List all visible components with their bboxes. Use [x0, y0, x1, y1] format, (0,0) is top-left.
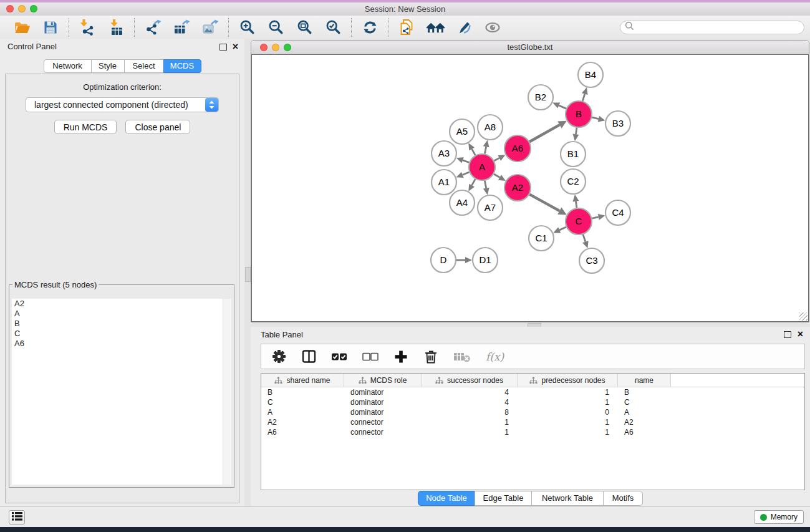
table-row[interactable]: A6connector11A6: [261, 427, 804, 437]
zoom-fit-button[interactable]: [293, 17, 316, 37]
table-cell[interactable]: B: [618, 388, 671, 397]
column-header-name[interactable]: name: [618, 374, 671, 387]
memory-button[interactable]: Memory: [754, 510, 804, 524]
graph-node-C[interactable]: C: [566, 208, 592, 235]
zoom-selected-button[interactable]: [322, 17, 344, 37]
panel-divider-vertical[interactable]: [244, 39, 251, 507]
graph-node-C1[interactable]: C1: [529, 226, 554, 251]
graph-node-C2[interactable]: C2: [561, 169, 586, 194]
graph-node-A2[interactable]: A2: [504, 175, 531, 201]
graph-node-A7[interactable]: A7: [478, 195, 503, 220]
table-cell[interactable]: A: [261, 408, 344, 417]
search-box[interactable]: [620, 21, 804, 34]
table-cell[interactable]: 1: [422, 428, 518, 437]
graph-edge-A-A8[interactable]: [485, 147, 486, 153]
table-cell[interactable]: connector: [344, 418, 422, 427]
table-cell[interactable]: 0: [518, 408, 618, 417]
graph-node-D1[interactable]: D1: [473, 248, 498, 273]
export-image-button[interactable]: [199, 17, 221, 37]
table-close-panel-icon[interactable]: ×: [798, 328, 803, 341]
graph-node-C3[interactable]: C3: [579, 248, 604, 273]
open-file-button[interactable]: [11, 17, 33, 37]
graph-edge-A-A3[interactable]: [463, 160, 469, 163]
table-cell[interactable]: connector: [344, 428, 422, 437]
tab-edge-table[interactable]: Edge Table: [475, 491, 532, 506]
mcds-result-list[interactable]: A2ABCA6: [12, 299, 223, 485]
graph-edge-A-A5[interactable]: [472, 149, 476, 155]
table-float-panel-icon[interactable]: [784, 331, 791, 338]
add-button[interactable]: [393, 347, 408, 366]
mcds-result-item[interactable]: C: [12, 329, 223, 339]
hide-annotations-button[interactable]: [453, 17, 475, 37]
zoom-out-button[interactable]: [264, 17, 287, 37]
gear-button[interactable]: [271, 347, 286, 366]
table-cell[interactable]: A2: [261, 418, 344, 427]
graph-edge-A-A4[interactable]: [472, 179, 476, 185]
table-cell[interactable]: B: [261, 388, 344, 397]
table-cell[interactable]: A6: [618, 428, 671, 437]
table-cell[interactable]: 1: [518, 418, 618, 427]
graph-edge-B-B4[interactable]: [582, 94, 584, 101]
network-close-traffic-light[interactable]: [260, 44, 268, 51]
graph-node-A8[interactable]: A8: [478, 115, 503, 140]
first-neighbors-button[interactable]: [424, 17, 446, 37]
graph-node-C4[interactable]: C4: [605, 200, 630, 225]
table-cell[interactable]: dominator: [344, 398, 422, 407]
task-history-button[interactable]: [9, 510, 25, 525]
table-cell[interactable]: 4: [422, 398, 518, 407]
graph-edge-B-B3[interactable]: [592, 117, 598, 118]
tab-network[interactable]: Network: [44, 59, 92, 73]
select-all-button[interactable]: [331, 347, 347, 366]
mcds-result-item[interactable]: A: [12, 309, 223, 319]
tab-motifs[interactable]: Motifs: [603, 491, 643, 506]
result-list-scrollbar[interactable]: [223, 299, 231, 485]
network-minimize-traffic-light[interactable]: [272, 44, 279, 51]
show-graphics-button[interactable]: [481, 17, 504, 37]
graph-node-B[interactable]: B: [566, 101, 592, 127]
graph-node-B1[interactable]: B1: [561, 142, 586, 167]
tab-style[interactable]: Style: [91, 59, 125, 73]
table-cell[interactable]: 8: [422, 408, 518, 417]
float-panel-icon[interactable]: [219, 44, 227, 51]
graph-edge-C-C3[interactable]: [583, 235, 586, 242]
graph-node-A3[interactable]: A3: [432, 141, 456, 166]
table-cell[interactable]: A6: [261, 428, 344, 437]
column-header-successor-nodes[interactable]: successor nodes: [422, 374, 518, 387]
graph-node-A1[interactable]: A1: [432, 170, 456, 195]
graph-edge-A2-C[interactable]: [529, 195, 559, 211]
table-cell[interactable]: A: [618, 408, 671, 417]
graph-edge-C-C4[interactable]: [592, 217, 598, 218]
graph-edge-A6-B[interactable]: [529, 125, 559, 142]
graph-node-A[interactable]: A: [469, 154, 495, 180]
table-cell[interactable]: dominator: [344, 408, 422, 417]
tab-network-table[interactable]: Network Table: [531, 491, 604, 506]
mcds-result-item[interactable]: A2: [12, 299, 223, 309]
table-row[interactable]: Bdominator41B: [261, 387, 804, 397]
run-mcds-button[interactable]: Run MCDS: [54, 120, 117, 134]
table-cell[interactable]: 4: [422, 388, 518, 397]
export-network-button[interactable]: [142, 17, 164, 37]
graph-node-B2[interactable]: B2: [528, 85, 553, 110]
graph-edge-B-B2[interactable]: [559, 105, 566, 109]
table-cell[interactable]: C: [618, 398, 671, 407]
graph-edge-C-C2[interactable]: [576, 201, 576, 208]
resize-grip-icon[interactable]: [799, 312, 808, 321]
table-row[interactable]: A2connector11A2: [261, 417, 804, 427]
graph-node-B4[interactable]: B4: [578, 62, 603, 87]
tab-node-table[interactable]: Node Table: [418, 491, 475, 506]
table-row[interactable]: Adominator80A: [261, 407, 804, 417]
columns-button[interactable]: [301, 347, 316, 366]
graph-node-B3[interactable]: B3: [605, 111, 630, 136]
network-canvas[interactable]: AA1A2A3A4A5A6A7A8BB1B2B3B4CC1C2C3C4DD1: [251, 54, 809, 322]
mcds-result-item[interactable]: A6: [12, 339, 223, 349]
table-cell[interactable]: C: [261, 398, 344, 407]
graph-edge-A-A2[interactable]: [494, 174, 499, 177]
network-zoom-traffic-light[interactable]: [284, 44, 291, 51]
import-table-button[interactable]: [105, 17, 127, 37]
search-input[interactable]: [634, 22, 804, 32]
divider-grip-icon[interactable]: [245, 267, 251, 282]
import-network-button[interactable]: [76, 17, 99, 37]
graph-edge-A-A1[interactable]: [463, 172, 470, 175]
close-panel-button[interactable]: Close panel: [125, 120, 190, 134]
table-cell[interactable]: 1: [422, 418, 518, 427]
